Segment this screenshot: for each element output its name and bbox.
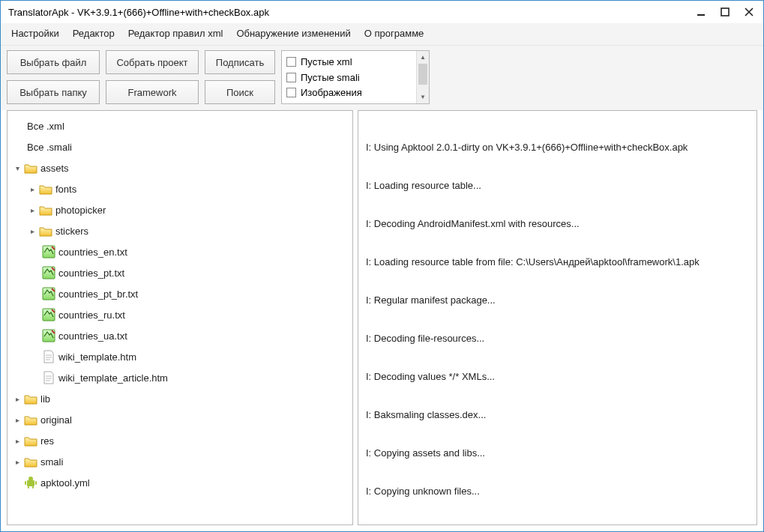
tree-res[interactable]: ▸res (10, 430, 349, 451)
scroll-down-icon[interactable]: ▼ (417, 91, 429, 103)
expand-icon[interactable]: ▸ (27, 184, 37, 194)
log-panel[interactable]: I: Using Apktool 2.0.1-dirty on VK+3.9.1… (358, 110, 757, 525)
scroll-thumb[interactable] (418, 64, 427, 85)
log-line: I: Baksmaling classes.dex... (366, 408, 749, 421)
filter-listbox[interactable]: Пустые xml Пустые smali Изображения ▲ ▼ (281, 50, 430, 104)
tree-wiki-template[interactable]: wiki_template.htm (10, 346, 349, 367)
log-line: I: Decoding AndroidManifest.xml with res… (366, 217, 749, 230)
search-button[interactable]: Поиск (205, 80, 275, 104)
menu-editor[interactable]: Редактор (71, 26, 116, 40)
svg-rect-11 (28, 486, 29, 489)
build-project-button[interactable]: Собрать проект (106, 50, 199, 74)
log-line: I: Loading resource table from file: C:\… (366, 256, 749, 268)
checkbox-icon[interactable] (286, 88, 296, 97)
txt-file-icon (42, 329, 55, 342)
tree-all-xml[interactable]: Все .xml (10, 115, 349, 136)
expand-icon[interactable]: ▸ (27, 205, 37, 215)
log-line: I: Copying original files... (366, 523, 749, 525)
sign-button[interactable]: Подписать (205, 50, 275, 74)
expand-icon[interactable]: ▸ (12, 393, 22, 404)
tree-countries-pt[interactable]: countries_pt.txt (10, 262, 349, 283)
filter-label: Изображения (301, 87, 362, 98)
log-line: I: Decoding file-resources... (366, 332, 749, 345)
checkbox-icon[interactable] (286, 73, 296, 82)
tree-countries-ua[interactable]: countries_ua.txt (10, 325, 349, 346)
svg-point-8 (28, 477, 33, 481)
select-folder-button[interactable]: Выбрать папку (7, 80, 100, 104)
folder-icon (24, 434, 37, 447)
folder-icon (24, 392, 37, 405)
menu-about[interactable]: О программе (363, 26, 426, 40)
tree-lib[interactable]: ▸lib (10, 388, 349, 409)
maximize-button[interactable] (720, 7, 730, 17)
svg-rect-10 (35, 481, 37, 485)
filter-empty-xml[interactable]: Пустые xml (286, 54, 415, 70)
folder-icon (24, 161, 37, 175)
file-tree-panel[interactable]: Все .xml Все .smali ▾assets ▸fonts ▸phot… (7, 110, 353, 525)
txt-file-icon (42, 245, 55, 259)
tree-countries-en[interactable]: countries_en.txt (10, 241, 349, 262)
menu-xml-rules-editor[interactable]: Редактор правил xml (127, 26, 225, 40)
close-button[interactable] (744, 7, 754, 17)
folder-icon (39, 182, 52, 196)
tree-wiki-template-article[interactable]: wiki_template_article.htm (10, 367, 349, 388)
collapse-icon[interactable]: ▾ (12, 163, 22, 173)
menubar: Настройки Редактор Редактор правил xml О… (1, 23, 763, 46)
checkbox-icon[interactable] (286, 57, 296, 67)
menu-detect-changes[interactable]: Обнаружение изменений (235, 26, 352, 40)
minimize-button[interactable] (696, 7, 706, 17)
filter-empty-smali[interactable]: Пустые smali (286, 70, 415, 85)
svg-rect-7 (27, 480, 34, 486)
titlebar[interactable]: TranslatorApk - VK+3.9.1+(666)+Offline+w… (1, 1, 763, 23)
folder-icon (24, 413, 37, 426)
txt-file-icon (42, 287, 55, 300)
filter-label: Пустые smali (301, 72, 360, 83)
toolbar: Выбрать файл Собрать проект Подписать Вы… (1, 46, 763, 110)
expand-icon[interactable]: ▸ (12, 414, 22, 425)
svg-rect-9 (25, 481, 26, 485)
log-line: I: Copying assets and libs... (366, 447, 749, 459)
log-line: I: Regular manifest package... (366, 294, 749, 306)
tree-fonts[interactable]: ▸fonts (10, 178, 349, 199)
txt-file-icon (42, 266, 55, 279)
filter-label: Пустые xml (301, 56, 352, 67)
framework-button[interactable]: Framework (106, 80, 199, 104)
log-line: I: Decoding values */* XMLs... (366, 370, 749, 383)
log-line: I: Using Apktool 2.0.1-dirty on VK+3.9.1… (366, 141, 749, 154)
tree-original[interactable]: ▸original (10, 409, 349, 430)
log-line: I: Loading resource table... (366, 179, 749, 192)
expand-icon[interactable]: ▸ (12, 456, 22, 467)
svg-rect-0 (697, 14, 705, 16)
folder-icon (39, 224, 52, 238)
svg-rect-1 (721, 8, 729, 16)
tree-countries-ru[interactable]: countries_ru.txt (10, 304, 349, 325)
expand-icon[interactable]: ▸ (12, 435, 22, 446)
tree-stickers[interactable]: ▸stickers (10, 220, 349, 241)
tree-apktool-yml[interactable]: apktool.yml (10, 472, 349, 493)
scrollbar[interactable]: ▲ ▼ (416, 51, 429, 103)
scroll-up-icon[interactable]: ▲ (417, 51, 429, 64)
tree-countries-pt-br[interactable]: countries_pt_br.txt (10, 283, 349, 304)
select-file-button[interactable]: Выбрать файл (7, 50, 100, 74)
htm-file-icon (42, 371, 55, 384)
expand-icon[interactable]: ▸ (27, 226, 37, 236)
log-line: I: Copying unknown files... (366, 485, 749, 498)
filter-images[interactable]: Изображения (286, 85, 415, 100)
svg-rect-12 (32, 486, 34, 489)
folder-icon (39, 203, 52, 217)
txt-file-icon (42, 308, 55, 321)
folder-icon (24, 455, 37, 468)
android-icon (24, 476, 37, 489)
tree-photopicker[interactable]: ▸photopicker (10, 199, 349, 220)
tree-assets[interactable]: ▾assets (10, 157, 349, 178)
menu-settings[interactable]: Настройки (10, 26, 61, 40)
htm-file-icon (42, 350, 55, 363)
window-title: TranslatorApk - VK+3.9.1+(666)+Offline+w… (8, 7, 696, 18)
tree-smali[interactable]: ▸smali (10, 451, 349, 472)
tree-all-smali[interactable]: Все .smali (10, 136, 349, 157)
